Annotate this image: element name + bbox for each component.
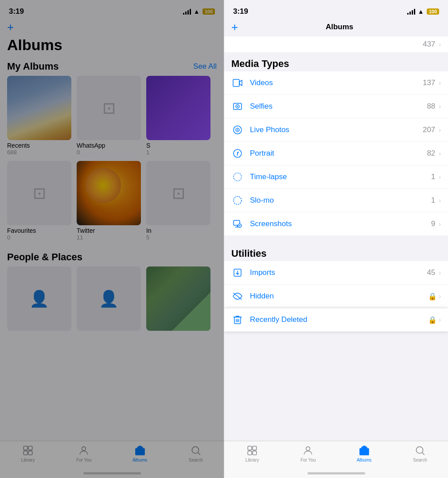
live-photos-count: 207 [423,125,435,134]
left-panel: 3:19 ▲ 100 + Albums My Albums See All Re… [0,0,224,478]
list-row-selfies[interactable]: Selfies 88 › [224,95,448,118]
right-foryou-icon [302,445,314,456]
portrait-count: 82 [427,149,435,158]
album-twitter-count: 11 [77,234,141,241]
right-scrollable-content: 437 › Media Types Videos 137 › [224,36,448,477]
library-icon [22,445,34,456]
left-tab-foryou[interactable]: For You [68,445,99,462]
right-tab-foryou[interactable]: For You [292,445,323,462]
album-recents-thumb [7,76,71,140]
slomo-chevron: › [439,197,441,204]
svg-point-8 [192,447,199,453]
list-row-videos[interactable]: Videos 137 › [224,71,448,95]
album-whatsapp-thumb: ⊡ [77,76,141,140]
album-whatsapp[interactable]: ⊡ WhatsApp 0 [77,76,141,156]
people-thumb1: 👤 [7,266,71,331]
timelapse-chevron: › [439,173,441,180]
people-item3[interactable] [146,266,210,331]
screenshots-label: Screenshots [250,219,431,228]
screenshot-icon [231,218,244,230]
right-tab-search-label: Search [413,458,427,462]
left-time: 3:19 [9,7,24,16]
people-item2[interactable]: 👤 [77,266,141,331]
list-row-recently-deleted[interactable]: Recently Deleted 🔒 › [224,308,448,332]
right-albums-active-icon [358,445,370,456]
album-recents[interactable]: Recents 688 [7,76,71,156]
portrait-icon: f [231,147,244,160]
timelapse-icon [231,171,244,183]
right-tab-search[interactable]: Search [405,445,436,462]
svg-point-33 [306,447,310,451]
svg-rect-34 [359,448,369,455]
right-tab-library[interactable]: Library [237,445,268,462]
selfies-count: 88 [427,102,435,111]
right-add-button[interactable]: + [231,21,238,33]
svg-rect-1 [28,446,32,450]
list-row-imports[interactable]: Imports 45 › [224,261,448,285]
hidden-chevron: › [439,293,441,300]
left-tab-library[interactable]: Library [12,445,43,462]
trash-icon [231,313,244,326]
right-search-icon [414,445,426,456]
svg-point-37 [416,447,423,453]
svg-rect-0 [23,446,27,450]
svg-point-19 [234,173,242,181]
people-icon1: 👤 [29,290,49,308]
left-status-bar: 3:19 ▲ 100 [0,0,224,20]
foryou-icon [78,445,90,456]
slomo-label: Slo-mo [250,196,431,205]
photo-placeholder-icon: ⊡ [102,99,116,118]
hidden-label: Hidden [250,292,428,301]
list-row-screenshots[interactable]: Screenshots 9 › [224,212,448,235]
live-photos-label: Live Photos [250,125,423,134]
left-add-button[interactable]: + [7,21,14,33]
imports-label: Imports [250,268,427,277]
portrait-chevron: › [439,150,441,157]
list-row-hidden[interactable]: Hidden 🔒 › [224,285,448,308]
screenshots-count: 9 [431,219,435,228]
album-twitter[interactable]: Twitter 11 [77,161,141,241]
hidden-icon [231,290,244,302]
people-item1[interactable]: 👤 [7,266,71,331]
left-tab-search-label: Search [189,458,203,462]
people-icon2: 👤 [99,290,119,308]
album-favourites-count: 0 [7,234,71,241]
album-whatsapp-count: 0 [77,149,141,156]
my-albums-header: My Albums See All [0,57,224,76]
right-tab-albums[interactable]: Albums [349,445,380,462]
svg-rect-32 [253,451,257,455]
album-in[interactable]: ⊡ In 5 [146,161,210,241]
photo-placeholder-icon3: ⊡ [172,184,185,203]
album-twitter-name: Twitter [77,225,141,234]
photo-placeholder-icon2: ⊡ [33,184,46,203]
svg-rect-30 [253,446,257,450]
left-wifi-icon: ▲ [194,8,200,15]
left-nav-area: + [0,20,224,36]
left-tab-albums[interactable]: Albums [125,445,156,462]
list-row-timelapse[interactable]: Time-lapse 1 › [224,165,448,189]
album-favourites[interactable]: ⊡ Favourites 0 [7,161,71,241]
people-thumb2: 👤 [77,266,141,331]
left-tab-search[interactable]: Search [180,445,211,462]
album-favourites-name: Favourites [7,225,71,234]
album-in-thumb: ⊡ [146,161,210,225]
album-s-count: 1 [146,149,210,156]
svg-rect-10 [233,79,239,86]
right-battery: 100 [427,8,439,15]
album-s[interactable]: S 1 [146,76,210,156]
left-status-icons: ▲ 100 [183,8,215,15]
list-row-portrait[interactable]: f Portrait 82 › [224,142,448,165]
timelapse-count: 1 [431,172,435,181]
right-panel: 3:19 ▲ 100 + Albums 437 › Media Types [224,0,448,478]
list-row-live-photos[interactable]: Live Photos 207 › [224,118,448,142]
svg-rect-29 [248,446,252,450]
album-in-name: In [146,225,210,234]
import-icon [231,266,244,279]
see-all-button[interactable]: See All [193,62,217,71]
list-row-slomo[interactable]: Slo-mo 1 › [224,189,448,212]
videos-count: 137 [423,78,435,87]
album-recents-count: 688 [7,149,71,156]
album-s-thumb [146,76,210,140]
media-types-title: Media Types [224,53,448,71]
svg-point-20 [234,196,242,204]
